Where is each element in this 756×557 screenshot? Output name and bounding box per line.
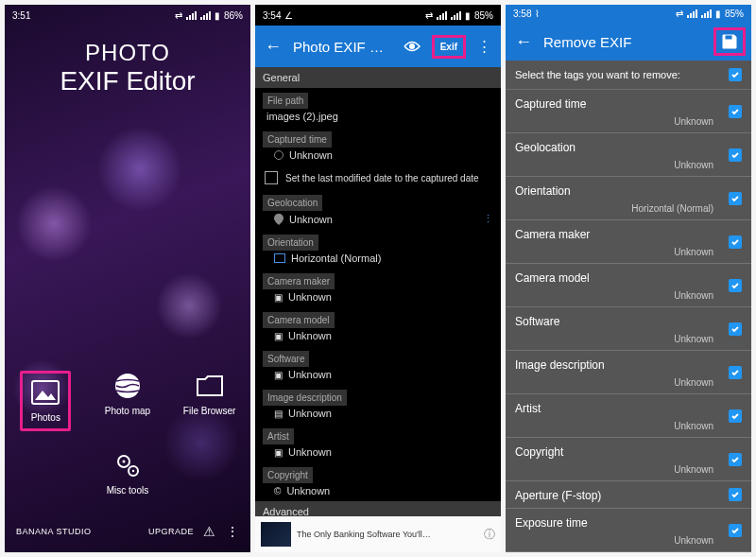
status-bar: 3:54 ∠ ⇄ ▮ 85% <box>255 5 501 26</box>
menu-item-file-browser[interactable]: File Browser <box>183 371 236 431</box>
folder-icon <box>195 371 225 401</box>
geo-more-icon[interactable]: ⋮ <box>483 213 493 225</box>
checkbox-icon <box>729 488 742 501</box>
visibility-icon[interactable] <box>400 40 424 53</box>
globe-icon <box>112 371 143 401</box>
signal-icon <box>200 11 211 20</box>
wifi-icon: ⇄ <box>425 10 433 21</box>
field-label: Geolocation <box>263 195 322 211</box>
app-bar: ← Remove EXIF <box>506 24 751 61</box>
tag-row[interactable]: Captured timeUnknown <box>506 90 751 133</box>
field-value: ▤Unknown <box>263 406 493 419</box>
ad-text: The Only Banking Software You'll… <box>297 530 431 539</box>
field-value: images (2).jpeg <box>263 109 493 122</box>
gears-icon <box>112 450 143 480</box>
ad-info-icon[interactable]: ⓘ <box>484 527 495 543</box>
tag-row[interactable]: CopyrightUnknown <box>506 438 751 481</box>
field-file-path[interactable]: File path images (2).jpeg <box>255 88 501 127</box>
tags-list[interactable]: Captured timeUnknownGeolocationUnknownOr… <box>506 90 751 552</box>
save-button[interactable] <box>713 27 746 56</box>
signal-icon <box>437 11 447 20</box>
tag-row[interactable]: GeolocationUnknown <box>506 133 751 177</box>
menu-label: Photos <box>31 412 60 423</box>
select-all-row[interactable]: Select the tags you want to remove: <box>506 61 751 90</box>
field-camera-maker[interactable]: Camera maker ▣Unknown <box>255 269 501 307</box>
field-label: Camera maker <box>263 273 335 289</box>
back-icon[interactable]: ← <box>261 37 285 57</box>
more-icon[interactable]: ⋮ <box>226 524 240 539</box>
tag-name: Artist <box>515 402 742 415</box>
tag-row[interactable]: Image descriptionUnknown <box>506 351 751 394</box>
studio-label[interactable]: BANANA STUDIO <box>16 527 92 536</box>
checkbox-icon <box>729 192 742 205</box>
menu-item-photos[interactable]: Photos <box>20 371 71 431</box>
section-general: General <box>255 67 501 88</box>
status-bar: 3:51 ⇄ ▮ 86% <box>5 5 250 26</box>
tag-row[interactable]: Camera modelUnknown <box>506 264 751 307</box>
ad-thumbnail <box>261 522 291 547</box>
menu-item-misc-tools[interactable]: Misc tools <box>107 450 148 496</box>
screen-exif-editor: 3:54 ∠ ⇄ ▮ 85% ← Photo EXIF Edi… Exif ⋮ … <box>255 5 501 552</box>
remove-exif-button[interactable]: Exif <box>432 35 466 59</box>
set-modified-date-checkbox[interactable]: Set the last modified date to the captur… <box>255 165 501 190</box>
tag-value: Unknown <box>515 464 742 475</box>
tag-name: Geolocation <box>515 141 742 154</box>
upgrade-link[interactable]: UPGRADE <box>148 527 194 536</box>
signal-icon <box>701 9 712 18</box>
field-orientation[interactable]: Orientation Horizontal (Normal) <box>255 230 501 269</box>
tag-value: Unknown <box>515 160 742 170</box>
signal-icon <box>186 11 197 20</box>
field-software[interactable]: Software ▣Unknown <box>255 346 501 385</box>
tag-row[interactable]: Exposure timeUnknown <box>506 509 751 552</box>
app-bar: ← Photo EXIF Edi… Exif ⋮ <box>255 26 501 67</box>
tag-name: Software <box>515 315 742 328</box>
warning-icon[interactable]: ⚠ <box>203 524 216 539</box>
tag-row[interactable]: OrientationHorizontal (Normal) <box>506 177 751 220</box>
ad-banner[interactable]: The Only Banking Software You'll… ⓘ <box>255 516 501 552</box>
status-time: 3:58 <box>513 9 531 19</box>
svg-point-7 <box>409 44 415 49</box>
checkbox-label: Set the last modified date to the captur… <box>285 173 479 183</box>
checkbox-icon <box>265 171 278 184</box>
field-camera-model[interactable]: Camera model ▣Unknown <box>255 307 501 346</box>
field-copyright[interactable]: Copyright ©Unknown <box>255 462 501 501</box>
tag-row[interactable]: Aperture (F-stop) <box>506 481 751 509</box>
tag-row[interactable]: SoftwareUnknown <box>506 307 751 351</box>
appbar-title: Photo EXIF Edi… <box>293 39 392 55</box>
field-label: Artist <box>263 428 294 444</box>
pin-icon <box>274 214 284 225</box>
field-label: Software <box>263 351 309 367</box>
more-icon[interactable]: ⋮ <box>473 38 495 55</box>
edit-indicator: ∠ <box>284 10 293 21</box>
battery-icon: ▮ <box>215 10 220 21</box>
tag-value: Unknown <box>515 334 742 344</box>
field-value: ▣Unknown <box>263 328 493 341</box>
tag-row[interactable]: Camera makerUnknown <box>506 220 751 264</box>
battery-icon: ▮ <box>465 10 471 21</box>
checkbox-icon <box>729 279 742 292</box>
svg-rect-0 <box>32 381 59 404</box>
field-label: Copyright <box>263 467 313 483</box>
appbar-title: Remove EXIF <box>543 34 706 50</box>
field-captured-time[interactable]: Captured time Unknown <box>255 127 501 165</box>
remove-exif-panel: Select the tags you want to remove: Capt… <box>506 61 751 552</box>
field-artist[interactable]: Artist ▣Unknown <box>255 424 501 462</box>
exif-fields-list[interactable]: General File path images (2).jpeg Captur… <box>255 67 501 516</box>
checkbox-icon <box>729 68 742 81</box>
tag-value: Horizontal (Normal) <box>515 203 742 214</box>
field-geolocation[interactable]: Geolocation Unknown ⋮ <box>255 190 501 230</box>
menu-label: File Browser <box>183 406 236 416</box>
tag-name: Camera maker <box>515 228 742 241</box>
field-value: ▣Unknown <box>263 444 493 458</box>
footer-bar: BANANA STUDIO UPGRADE ⚠ ⋮ <box>5 524 250 539</box>
battery-pct: 86% <box>224 10 243 21</box>
menu-item-photo-map[interactable]: Photo map <box>105 371 150 431</box>
select-label: Select the tags you want to remove: <box>515 69 680 80</box>
tag-row[interactable]: ArtistUnknown <box>506 394 751 438</box>
wifi-icon: ⇄ <box>175 10 182 21</box>
back-icon[interactable]: ← <box>511 32 536 52</box>
tag-value: Unknown <box>515 535 742 546</box>
wifi-icon: ⇄ <box>676 9 683 19</box>
tag-value: Unknown <box>515 377 742 388</box>
field-image-description[interactable]: Image description ▤Unknown <box>255 385 501 424</box>
